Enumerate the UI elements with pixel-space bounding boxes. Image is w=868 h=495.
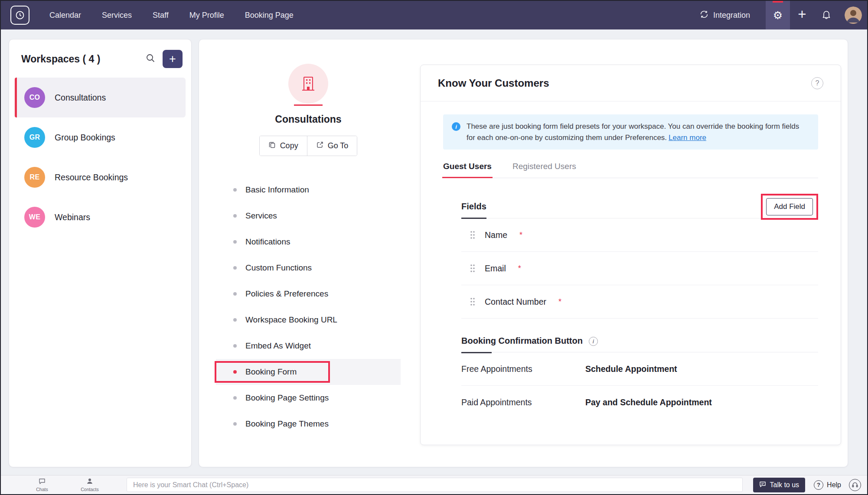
know-your-customers-panel: Know Your Customers ? i These are just b… <box>420 65 841 445</box>
help-button[interactable]: ? Help <box>814 480 841 490</box>
contacts-button[interactable]: Contacts <box>66 478 114 492</box>
panel-header: Know Your Customers ? <box>421 65 841 101</box>
workspace-label: Resource Bookings <box>55 173 128 182</box>
tab-guest-users[interactable]: Guest Users <box>443 162 492 178</box>
menu-item-label: Notifications <box>245 237 290 247</box>
field-label: Name <box>485 230 507 240</box>
tab-registered-users[interactable]: Registered Users <box>512 162 576 178</box>
nav-item-my-profile[interactable]: My Profile <box>189 11 224 20</box>
menu-item-label: Booking Page Themes <box>245 419 329 429</box>
talk-to-us-button[interactable]: Talk to us <box>753 478 806 492</box>
workspace-label: Group Bookings <box>55 133 115 143</box>
assistant-icon[interactable] <box>849 479 861 491</box>
workspace-avatar: WE <box>24 207 45 228</box>
nav-item-services[interactable]: Services <box>102 11 132 20</box>
menu-item-workspace-booking-url[interactable]: Workspace Booking URL <box>216 307 401 333</box>
external-link-icon <box>316 141 324 151</box>
menu-item-label: Workspace Booking URL <box>245 315 337 325</box>
workspace-label: Webinars <box>55 212 90 222</box>
add-workspace-button[interactable]: + <box>163 50 183 68</box>
workspace-avatar: GR <box>24 127 45 148</box>
menu-item-label: Basic Information <box>245 185 309 195</box>
drag-handle-icon[interactable] <box>470 297 475 306</box>
integration-label: Integration <box>713 11 750 20</box>
menu-item-label: Policies & Preferences <box>245 289 328 299</box>
workspaces-title: Workspaces ( 4 ) <box>21 53 142 65</box>
nav-item-booking-page[interactable]: Booking Page <box>245 11 294 20</box>
bullet-dot <box>233 292 237 296</box>
menu-item-booking-form[interactable]: Booking Form <box>216 359 401 385</box>
workspace-avatar: RE <box>24 167 45 188</box>
nav-item-staff[interactable]: Staff <box>153 11 169 20</box>
menu-item-embed-as-widget[interactable]: Embed As Widget <box>216 333 401 359</box>
bullet-dot <box>233 370 237 374</box>
workspace-avatar: CO <box>24 87 45 108</box>
bullet-dot <box>233 266 237 270</box>
menu-item-booking-page-settings[interactable]: Booking Page Settings <box>216 385 401 411</box>
copy-button[interactable]: Copy <box>260 136 307 156</box>
bullet-dot <box>233 318 237 322</box>
quick-add-button[interactable]: + <box>790 1 814 29</box>
info-banner-text: These are just booking form field preset… <box>467 121 809 143</box>
top-navbar: Calendar Services Staff My Profile Booki… <box>1 1 867 29</box>
workspace-item-consultations[interactable]: CO Consultations <box>15 78 186 117</box>
settings-button[interactable]: ⚙ <box>766 1 790 29</box>
search-icon <box>146 53 155 65</box>
user-avatar[interactable] <box>845 7 862 24</box>
menu-item-basic-information[interactable]: Basic Information <box>216 177 401 203</box>
bullet-dot <box>233 422 237 426</box>
go-to-button[interactable]: Go To <box>307 136 357 156</box>
nav-item-calendar[interactable]: Calendar <box>49 11 81 20</box>
workspace-item-webinars[interactable]: WE Webinars <box>15 197 186 237</box>
panel-title: Know Your Customers <box>438 77 811 89</box>
bullet-dot <box>233 344 237 348</box>
building-icon <box>288 64 328 104</box>
workspace-settings-menu: Basic Information Services Notifications… <box>216 177 401 437</box>
fields-header-row: Fields Add Field <box>461 194 818 218</box>
menu-item-policies-preferences[interactable]: Policies & Preferences <box>216 281 401 307</box>
info-circle-icon[interactable]: i <box>589 337 598 346</box>
field-row-name: Name * <box>461 218 818 252</box>
smart-chat-input[interactable] <box>127 478 743 492</box>
confirmation-row-label: Paid Appointments <box>461 397 585 407</box>
integration-icon <box>699 10 709 21</box>
chat-bubble-icon <box>39 478 46 486</box>
menu-item-notifications[interactable]: Notifications <box>216 229 401 255</box>
confirmation-row-label: Free Appointments <box>461 364 585 374</box>
app-logo-icon[interactable] <box>10 6 29 25</box>
confirmation-row-value: Schedule Appointment <box>585 364 677 374</box>
chats-button[interactable]: Chats <box>18 478 66 492</box>
menu-item-label: Custom Functions <box>245 263 312 273</box>
question-mark-icon: ? <box>814 480 823 490</box>
help-circle-icon[interactable]: ? <box>811 77 823 89</box>
add-field-button[interactable]: Add Field <box>766 198 813 215</box>
menu-item-label: Booking Page Settings <box>245 393 329 403</box>
search-workspaces-button[interactable] <box>142 50 159 68</box>
menu-item-booking-page-themes[interactable]: Booking Page Themes <box>216 411 401 437</box>
main-nav: Calendar Services Staff My Profile Booki… <box>49 11 294 20</box>
booking-confirmation-section: Booking Confirmation Button i Free Appoi… <box>461 336 818 419</box>
fields-section: Fields Add Field Name * Email <box>461 194 818 319</box>
go-to-label: Go To <box>328 141 349 150</box>
menu-item-services[interactable]: Services <box>216 203 401 229</box>
drag-handle-icon[interactable] <box>470 264 475 273</box>
nav-right-cluster: Integration ⚙ + <box>699 1 867 29</box>
field-row-contact-number: Contact Number * <box>461 285 818 319</box>
drag-handle-icon[interactable] <box>470 231 475 239</box>
confirmation-row-free: Free Appointments Schedule Appointment <box>461 352 818 386</box>
learn-more-link[interactable]: Learn more <box>669 134 706 142</box>
integration-button[interactable]: Integration <box>699 10 750 21</box>
menu-item-custom-functions[interactable]: Custom Functions <box>216 255 401 281</box>
workspace-item-group-bookings[interactable]: GR Group Bookings <box>15 117 186 157</box>
menu-item-label: Services <box>245 211 277 221</box>
smart-chat-bar: Chats Contacts Talk to us ? Help <box>1 475 867 494</box>
confirmation-row-value: Pay and Schedule Appointment <box>585 397 712 407</box>
contacts-icon <box>86 478 93 486</box>
notifications-button[interactable] <box>814 1 839 29</box>
workspace-item-resource-bookings[interactable]: RE Resource Bookings <box>15 157 186 197</box>
chats-label: Chats <box>36 487 48 492</box>
info-banner: i These are just booking form field pres… <box>443 114 818 150</box>
workspace-detail-header: Consultations Copy Go To <box>216 64 401 156</box>
workspace-icon-underline <box>294 104 323 106</box>
annotation-add-field: Add Field <box>761 194 818 220</box>
